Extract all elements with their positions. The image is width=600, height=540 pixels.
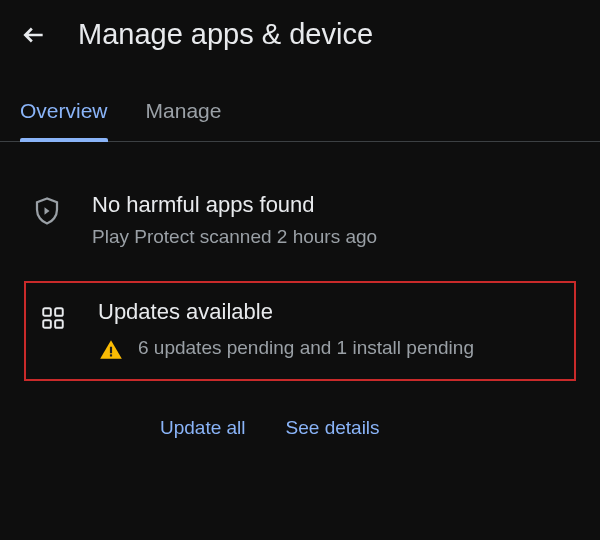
svg-rect-3 — [55, 320, 63, 328]
svg-rect-0 — [43, 308, 51, 316]
see-details-button[interactable]: See details — [286, 417, 380, 439]
updates-title: Updates available — [98, 299, 562, 325]
content: No harmful apps found Play Protect scann… — [0, 142, 600, 439]
play-protect-section[interactable]: No harmful apps found Play Protect scann… — [20, 182, 580, 261]
page-title: Manage apps & device — [78, 18, 373, 51]
apps-grid-icon — [38, 303, 68, 333]
play-protect-body: No harmful apps found Play Protect scann… — [92, 192, 568, 251]
updates-section[interactable]: Updates available 6 updates pending and … — [24, 281, 576, 381]
shield-icon — [32, 196, 62, 226]
updates-subtitle: 6 updates pending and 1 install pending — [138, 335, 474, 362]
header: Manage apps & device — [0, 0, 600, 69]
updates-body: Updates available 6 updates pending and … — [98, 299, 562, 363]
back-button[interactable] — [20, 21, 48, 49]
tabs: Overview Manage — [0, 69, 600, 142]
update-all-button[interactable]: Update all — [160, 417, 246, 439]
updates-actions: Update all See details — [20, 401, 580, 439]
tab-overview[interactable]: Overview — [20, 99, 108, 141]
play-protect-subtitle: Play Protect scanned 2 hours ago — [92, 224, 568, 251]
svg-rect-5 — [110, 354, 112, 356]
arrow-left-icon — [21, 22, 47, 48]
svg-rect-1 — [55, 308, 63, 316]
tab-manage[interactable]: Manage — [146, 99, 222, 141]
svg-rect-4 — [110, 346, 112, 353]
warning-icon — [98, 337, 124, 363]
svg-rect-2 — [43, 320, 51, 328]
play-protect-title: No harmful apps found — [92, 192, 568, 218]
